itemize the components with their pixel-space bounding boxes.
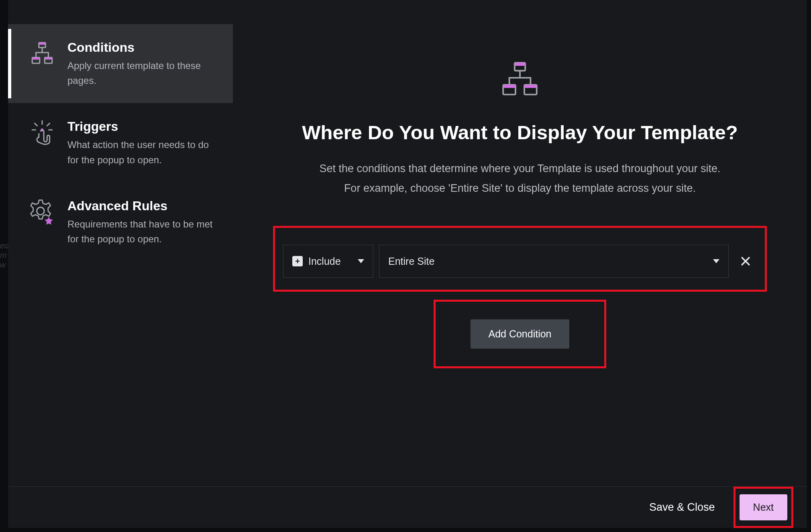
page-title: Where Do You Want to Display Your Templa… xyxy=(273,121,767,144)
plus-icon: + xyxy=(292,256,303,266)
settings-sidebar: Conditions Apply current template to the… xyxy=(8,0,233,486)
svg-rect-9 xyxy=(515,63,525,66)
svg-rect-1 xyxy=(39,43,46,45)
sidebar-item-advanced-rules[interactable]: Advanced Rules Requirements that have to… xyxy=(8,183,233,262)
publish-settings-modal: Conditions Apply current template to the… xyxy=(8,0,807,528)
next-button[interactable]: Next xyxy=(740,494,787,520)
svg-rect-11 xyxy=(503,85,516,88)
background-editor-text: ed m w xyxy=(0,241,8,270)
save-and-close-link[interactable]: Save & Close xyxy=(649,501,715,514)
add-condition-button[interactable]: Add Condition xyxy=(471,319,569,349)
modal-body: Conditions Apply current template to the… xyxy=(8,0,807,486)
svg-rect-13 xyxy=(524,85,537,88)
svg-point-7 xyxy=(37,207,45,215)
close-icon xyxy=(740,255,752,267)
chevron-down-icon xyxy=(713,259,719,263)
sidebar-item-conditions[interactable]: Conditions Apply current template to the… xyxy=(8,24,233,103)
sidebar-item-desc: Requirements that have to be met for the… xyxy=(67,217,217,246)
svg-rect-3 xyxy=(32,57,40,59)
hero-sitemap-icon xyxy=(273,60,767,97)
include-exclude-select[interactable]: + Include xyxy=(283,245,373,278)
sidebar-item-desc: Apply current template to these pages. xyxy=(67,58,217,88)
chevron-down-icon xyxy=(358,259,364,263)
desc-line-1: Set the conditions that determine where … xyxy=(319,162,720,175)
gear-star-icon xyxy=(28,198,56,226)
condition-row-highlight: + Include Entire Site xyxy=(273,226,767,292)
desc-line-2: For example, choose 'Entire Site' to dis… xyxy=(344,182,696,194)
sidebar-item-title: Advanced Rules xyxy=(67,199,217,213)
include-label: Include xyxy=(308,256,341,267)
sidebar-item-texts: Advanced Rules Requirements that have to… xyxy=(67,198,217,246)
svg-rect-5 xyxy=(45,57,52,59)
next-button-highlight: Next xyxy=(734,487,793,528)
sidebar-item-triggers[interactable]: Triggers What action the user needs to d… xyxy=(8,103,233,182)
condition-row: + Include Entire Site xyxy=(283,245,757,278)
click-icon xyxy=(28,118,56,146)
page-description: Set the conditions that determine where … xyxy=(273,159,767,198)
sidebar-item-title: Conditions xyxy=(67,40,217,55)
remove-condition-button[interactable] xyxy=(734,245,757,278)
add-condition-highlight: Add Condition xyxy=(434,300,606,368)
sidebar-item-texts: Triggers What action the user needs to d… xyxy=(67,118,217,167)
modal-footer: Save & Close Next xyxy=(8,486,807,528)
sidebar-item-texts: Conditions Apply current template to the… xyxy=(67,39,217,88)
location-select[interactable]: Entire Site xyxy=(379,245,729,278)
sidebar-item-title: Triggers xyxy=(67,119,217,134)
main-panel: Where Do You Want to Display Your Templa… xyxy=(233,0,807,486)
location-value: Entire Site xyxy=(388,256,434,267)
sitemap-icon xyxy=(28,39,56,67)
sidebar-item-desc: What action the user needs to do for the… xyxy=(67,137,217,167)
